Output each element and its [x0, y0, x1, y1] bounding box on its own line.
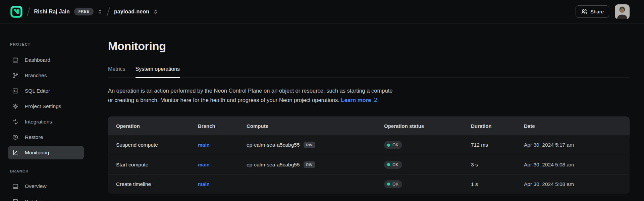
table-header-row: Operation Branch Compute Operation statu…: [108, 116, 630, 135]
sidebar-item-label: SQL Editor: [25, 88, 50, 94]
status-badge: OK: [384, 180, 402, 188]
duration-cell: 1 s: [471, 181, 524, 187]
sidebar-item-label: Databases: [25, 199, 50, 201]
sidebar-item-sql-editor[interactable]: SQL Editor: [0, 83, 87, 99]
tab-metrics[interactable]: Metrics: [108, 66, 125, 78]
status-badge: OK: [384, 141, 402, 149]
sidebar-item-label: Integrations: [25, 119, 52, 125]
restore-history-icon: [12, 134, 19, 141]
column-header-compute: Compute: [247, 123, 384, 129]
branches-icon: [12, 72, 19, 79]
dashboard-icon: [12, 57, 19, 63]
table-row: Create timeline main OK 1 s Apr 30, 2024…: [108, 174, 630, 194]
description-line-1: An operation is an action performed by t…: [108, 86, 392, 96]
sidebar-item-label: Dashboard: [25, 57, 50, 63]
operation-cell: Start compute: [108, 162, 198, 168]
column-header-date: Date: [524, 123, 630, 129]
share-button[interactable]: Share: [576, 5, 609, 18]
tab-system-operations[interactable]: System operations: [136, 66, 180, 78]
sidebar-item-databases[interactable]: Databases: [0, 194, 87, 201]
date-cell: Apr 30, 2024 5:08 am: [524, 181, 630, 187]
sidebar-item-label: Monitoring: [25, 150, 49, 156]
plan-badge: FREE: [74, 8, 94, 15]
breadcrumb: Rishi Raj Jain FREE payload-neon: [10, 5, 158, 18]
databases-icon: [12, 198, 19, 201]
status-ok-dot-icon: [387, 144, 390, 147]
operations-description: An operation is an action performed by t…: [108, 86, 392, 105]
sidebar-item-monitoring[interactable]: Monitoring: [8, 146, 84, 159]
user-avatar[interactable]: [615, 4, 630, 19]
sidebar-section-branch: BRANCH: [10, 169, 29, 173]
sidebar-item-dashboard[interactable]: Dashboard: [0, 52, 87, 68]
page-title: Monitoring: [108, 40, 166, 53]
neon-logo-icon[interactable]: [10, 5, 23, 18]
date-cell: Apr 30, 2024 5:08 am: [524, 162, 630, 168]
sidebar-item-label: Project Settings: [25, 103, 61, 109]
tab-bar: Metrics System operations: [108, 66, 630, 78]
status-ok-dot-icon: [387, 183, 390, 186]
breadcrumb-separator: [107, 7, 110, 16]
breadcrumb-separator: [27, 7, 30, 16]
sidebar-item-project-settings[interactable]: Project Settings: [0, 99, 87, 114]
sidebar: PROJECT Dashboard Branches SQL Editor Pr…: [0, 23, 93, 201]
status-ok-dot-icon: [387, 163, 390, 166]
operation-cell: Suspend compute: [108, 142, 198, 148]
project-name[interactable]: payload-neon: [114, 9, 149, 15]
overview-icon: [12, 183, 19, 190]
sidebar-item-label: Restore: [25, 134, 43, 140]
duration-cell: 712 ms: [471, 142, 524, 148]
sidebar-item-integrations[interactable]: Integrations: [0, 114, 87, 130]
project-selector-chevron-icon[interactable]: [153, 9, 158, 15]
status-cell: OK: [384, 180, 471, 188]
column-header-duration: Duration: [471, 123, 524, 129]
topbar-actions: Share: [576, 4, 630, 19]
settings-gear-icon: [12, 103, 19, 110]
description-line-2: or creating a branch. Monitor here for t…: [108, 96, 392, 105]
integrations-icon: [12, 118, 19, 125]
column-header-operation-status: Operation status: [384, 123, 471, 129]
column-header-branch: Branch: [198, 123, 247, 129]
compute-cell: ep-calm-sea-a5cabg55 RW: [247, 161, 384, 168]
compute-rw-badge: RW: [304, 142, 315, 148]
operations-table: Operation Branch Compute Operation statu…: [108, 116, 630, 194]
account-name[interactable]: Rishi Raj Jain: [34, 9, 70, 15]
duration-cell: 3 s: [471, 162, 524, 168]
compute-cell: ep-calm-sea-a5cabg55 RW: [247, 142, 384, 148]
branch-link[interactable]: main: [198, 181, 210, 187]
sidebar-item-overview[interactable]: Overview: [0, 179, 87, 194]
account-selector-chevron-icon[interactable]: [97, 9, 103, 15]
sidebar-item-label: Overview: [25, 183, 47, 189]
sidebar-item-label: Branches: [25, 72, 47, 79]
sidebar-section-project: PROJECT: [10, 42, 31, 46]
table-row: Suspend compute main ep-calm-sea-a5cabg5…: [108, 135, 630, 155]
branch-link[interactable]: main: [198, 142, 210, 148]
learn-more-link[interactable]: Learn more: [341, 96, 378, 105]
operation-cell: Create timeline: [108, 181, 198, 187]
status-cell: OK: [384, 161, 471, 169]
branch-link[interactable]: main: [198, 162, 210, 167]
column-header-operation: Operation: [108, 123, 198, 129]
top-bar: Rishi Raj Jain FREE payload-neon: [0, 0, 644, 23]
status-badge: OK: [384, 161, 402, 169]
date-cell: Apr 30, 2024 5:17 am: [524, 142, 630, 148]
external-link-icon: [373, 98, 378, 103]
table-row: Start compute main ep-calm-sea-a5cabg55 …: [108, 155, 630, 174]
monitoring-chart-icon: [12, 149, 19, 156]
sidebar-item-branches[interactable]: Branches: [0, 68, 87, 83]
share-people-icon: [581, 8, 587, 15]
compute-rw-badge: RW: [304, 161, 315, 168]
share-button-label: Share: [590, 9, 604, 14]
sidebar-item-restore[interactable]: Restore: [0, 130, 87, 145]
sql-editor-icon: [12, 88, 19, 94]
status-cell: OK: [384, 141, 471, 149]
